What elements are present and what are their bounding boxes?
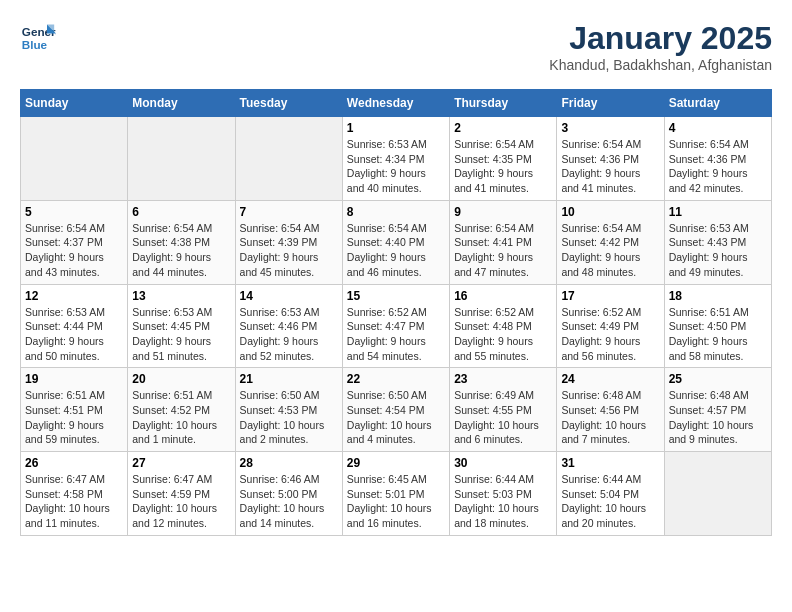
day-cell: 2Sunrise: 6:54 AM Sunset: 4:35 PM Daylig…: [450, 117, 557, 201]
day-cell: 9Sunrise: 6:54 AM Sunset: 4:41 PM Daylig…: [450, 200, 557, 284]
day-info: Sunrise: 6:45 AM Sunset: 5:01 PM Dayligh…: [347, 472, 445, 531]
day-cell: 23Sunrise: 6:49 AM Sunset: 4:55 PM Dayli…: [450, 368, 557, 452]
weekday-header-sunday: Sunday: [21, 90, 128, 117]
day-cell: [664, 452, 771, 536]
day-cell: 3Sunrise: 6:54 AM Sunset: 4:36 PM Daylig…: [557, 117, 664, 201]
day-cell: 14Sunrise: 6:53 AM Sunset: 4:46 PM Dayli…: [235, 284, 342, 368]
day-number: 18: [669, 289, 767, 303]
day-number: 26: [25, 456, 123, 470]
day-number: 23: [454, 372, 552, 386]
day-cell: 30Sunrise: 6:44 AM Sunset: 5:03 PM Dayli…: [450, 452, 557, 536]
day-number: 11: [669, 205, 767, 219]
day-cell: 19Sunrise: 6:51 AM Sunset: 4:51 PM Dayli…: [21, 368, 128, 452]
day-info: Sunrise: 6:54 AM Sunset: 4:36 PM Dayligh…: [561, 137, 659, 196]
day-info: Sunrise: 6:48 AM Sunset: 4:56 PM Dayligh…: [561, 388, 659, 447]
day-cell: 8Sunrise: 6:54 AM Sunset: 4:40 PM Daylig…: [342, 200, 449, 284]
day-cell: 26Sunrise: 6:47 AM Sunset: 4:58 PM Dayli…: [21, 452, 128, 536]
page-header: General Blue January 2025 Khandud, Badak…: [20, 20, 772, 73]
week-row-4: 19Sunrise: 6:51 AM Sunset: 4:51 PM Dayli…: [21, 368, 772, 452]
day-cell: 27Sunrise: 6:47 AM Sunset: 4:59 PM Dayli…: [128, 452, 235, 536]
day-number: 1: [347, 121, 445, 135]
day-number: 29: [347, 456, 445, 470]
day-info: Sunrise: 6:46 AM Sunset: 5:00 PM Dayligh…: [240, 472, 338, 531]
week-row-1: 1Sunrise: 6:53 AM Sunset: 4:34 PM Daylig…: [21, 117, 772, 201]
day-cell: 13Sunrise: 6:53 AM Sunset: 4:45 PM Dayli…: [128, 284, 235, 368]
day-info: Sunrise: 6:44 AM Sunset: 5:04 PM Dayligh…: [561, 472, 659, 531]
day-info: Sunrise: 6:54 AM Sunset: 4:37 PM Dayligh…: [25, 221, 123, 280]
day-number: 21: [240, 372, 338, 386]
weekday-header-thursday: Thursday: [450, 90, 557, 117]
calendar-table: SundayMondayTuesdayWednesdayThursdayFrid…: [20, 89, 772, 536]
day-number: 24: [561, 372, 659, 386]
day-info: Sunrise: 6:50 AM Sunset: 4:54 PM Dayligh…: [347, 388, 445, 447]
day-cell: 4Sunrise: 6:54 AM Sunset: 4:36 PM Daylig…: [664, 117, 771, 201]
day-info: Sunrise: 6:47 AM Sunset: 4:58 PM Dayligh…: [25, 472, 123, 531]
logo: General Blue: [20, 20, 56, 56]
day-cell: 17Sunrise: 6:52 AM Sunset: 4:49 PM Dayli…: [557, 284, 664, 368]
day-cell: 28Sunrise: 6:46 AM Sunset: 5:00 PM Dayli…: [235, 452, 342, 536]
weekday-header-row: SundayMondayTuesdayWednesdayThursdayFrid…: [21, 90, 772, 117]
day-number: 22: [347, 372, 445, 386]
day-cell: 29Sunrise: 6:45 AM Sunset: 5:01 PM Dayli…: [342, 452, 449, 536]
day-info: Sunrise: 6:49 AM Sunset: 4:55 PM Dayligh…: [454, 388, 552, 447]
day-cell: [235, 117, 342, 201]
day-cell: 21Sunrise: 6:50 AM Sunset: 4:53 PM Dayli…: [235, 368, 342, 452]
day-info: Sunrise: 6:52 AM Sunset: 4:48 PM Dayligh…: [454, 305, 552, 364]
day-cell: 10Sunrise: 6:54 AM Sunset: 4:42 PM Dayli…: [557, 200, 664, 284]
svg-text:Blue: Blue: [22, 38, 48, 51]
day-number: 7: [240, 205, 338, 219]
title-block: January 2025 Khandud, Badakhshan, Afghan…: [549, 20, 772, 73]
day-info: Sunrise: 6:53 AM Sunset: 4:45 PM Dayligh…: [132, 305, 230, 364]
day-cell: 18Sunrise: 6:51 AM Sunset: 4:50 PM Dayli…: [664, 284, 771, 368]
day-number: 28: [240, 456, 338, 470]
day-info: Sunrise: 6:52 AM Sunset: 4:47 PM Dayligh…: [347, 305, 445, 364]
day-info: Sunrise: 6:54 AM Sunset: 4:42 PM Dayligh…: [561, 221, 659, 280]
weekday-header-tuesday: Tuesday: [235, 90, 342, 117]
logo-icon: General Blue: [20, 20, 56, 56]
day-info: Sunrise: 6:47 AM Sunset: 4:59 PM Dayligh…: [132, 472, 230, 531]
day-cell: [128, 117, 235, 201]
day-number: 13: [132, 289, 230, 303]
day-number: 20: [132, 372, 230, 386]
day-info: Sunrise: 6:53 AM Sunset: 4:44 PM Dayligh…: [25, 305, 123, 364]
week-row-2: 5Sunrise: 6:54 AM Sunset: 4:37 PM Daylig…: [21, 200, 772, 284]
day-number: 8: [347, 205, 445, 219]
day-number: 4: [669, 121, 767, 135]
day-info: Sunrise: 6:52 AM Sunset: 4:49 PM Dayligh…: [561, 305, 659, 364]
day-info: Sunrise: 6:54 AM Sunset: 4:40 PM Dayligh…: [347, 221, 445, 280]
day-cell: 31Sunrise: 6:44 AM Sunset: 5:04 PM Dayli…: [557, 452, 664, 536]
day-info: Sunrise: 6:50 AM Sunset: 4:53 PM Dayligh…: [240, 388, 338, 447]
day-number: 15: [347, 289, 445, 303]
week-row-5: 26Sunrise: 6:47 AM Sunset: 4:58 PM Dayli…: [21, 452, 772, 536]
day-info: Sunrise: 6:51 AM Sunset: 4:50 PM Dayligh…: [669, 305, 767, 364]
day-info: Sunrise: 6:53 AM Sunset: 4:34 PM Dayligh…: [347, 137, 445, 196]
day-cell: 22Sunrise: 6:50 AM Sunset: 4:54 PM Dayli…: [342, 368, 449, 452]
day-info: Sunrise: 6:44 AM Sunset: 5:03 PM Dayligh…: [454, 472, 552, 531]
day-info: Sunrise: 6:53 AM Sunset: 4:46 PM Dayligh…: [240, 305, 338, 364]
day-cell: 12Sunrise: 6:53 AM Sunset: 4:44 PM Dayli…: [21, 284, 128, 368]
week-row-3: 12Sunrise: 6:53 AM Sunset: 4:44 PM Dayli…: [21, 284, 772, 368]
day-number: 27: [132, 456, 230, 470]
weekday-header-wednesday: Wednesday: [342, 90, 449, 117]
day-cell: 5Sunrise: 6:54 AM Sunset: 4:37 PM Daylig…: [21, 200, 128, 284]
day-cell: 25Sunrise: 6:48 AM Sunset: 4:57 PM Dayli…: [664, 368, 771, 452]
day-number: 30: [454, 456, 552, 470]
day-info: Sunrise: 6:54 AM Sunset: 4:41 PM Dayligh…: [454, 221, 552, 280]
weekday-header-friday: Friday: [557, 90, 664, 117]
day-cell: 20Sunrise: 6:51 AM Sunset: 4:52 PM Dayli…: [128, 368, 235, 452]
day-cell: 24Sunrise: 6:48 AM Sunset: 4:56 PM Dayli…: [557, 368, 664, 452]
day-number: 10: [561, 205, 659, 219]
day-number: 16: [454, 289, 552, 303]
day-cell: 7Sunrise: 6:54 AM Sunset: 4:39 PM Daylig…: [235, 200, 342, 284]
calendar-subtitle: Khandud, Badakhshan, Afghanistan: [549, 57, 772, 73]
day-number: 9: [454, 205, 552, 219]
day-cell: 15Sunrise: 6:52 AM Sunset: 4:47 PM Dayli…: [342, 284, 449, 368]
day-info: Sunrise: 6:54 AM Sunset: 4:38 PM Dayligh…: [132, 221, 230, 280]
day-info: Sunrise: 6:54 AM Sunset: 4:36 PM Dayligh…: [669, 137, 767, 196]
day-cell: 16Sunrise: 6:52 AM Sunset: 4:48 PM Dayli…: [450, 284, 557, 368]
day-number: 3: [561, 121, 659, 135]
day-number: 6: [132, 205, 230, 219]
day-info: Sunrise: 6:54 AM Sunset: 4:35 PM Dayligh…: [454, 137, 552, 196]
day-number: 14: [240, 289, 338, 303]
day-info: Sunrise: 6:51 AM Sunset: 4:51 PM Dayligh…: [25, 388, 123, 447]
